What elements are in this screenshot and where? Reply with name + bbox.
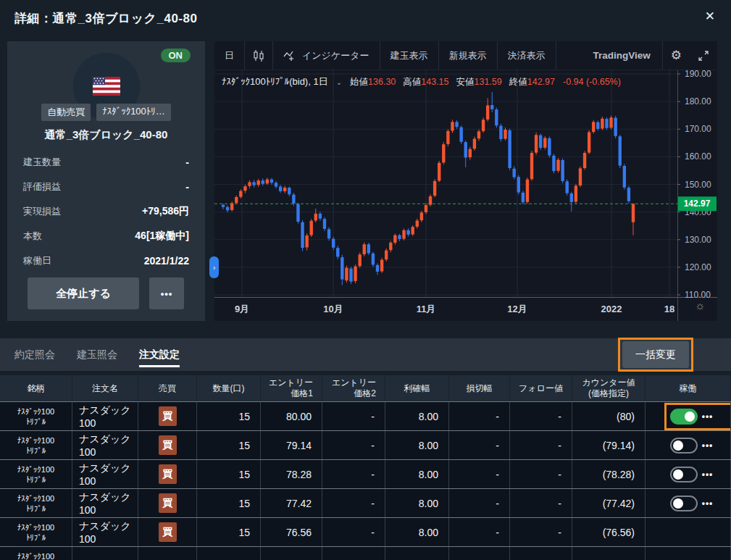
cell-entry-price1: 78.28 (261, 460, 322, 488)
stop-all-button[interactable]: 全停止する (28, 277, 139, 309)
tab-約定照会[interactable]: 約定照会 (14, 338, 55, 371)
row-menu-button[interactable]: ••• (702, 498, 714, 509)
cell-follow: - (510, 402, 572, 430)
cell-order-name: ナスダック100 (72, 489, 138, 517)
price-axis-label: 180.00 (685, 96, 711, 106)
drawer-handle[interactable]: › (209, 256, 219, 278)
toolbar-view-button-2[interactable]: 決済表示 (498, 41, 556, 70)
cell-active: ••• (646, 460, 731, 488)
cell-entry-price1: 76.56 (261, 518, 322, 546)
table-row: ﾅｽﾀﾞｯｸ100 ﾄﾘﾌﾟﾙナスダック100買1578.28-8.00--(7… (0, 459, 731, 488)
cell-entry-price2: - (322, 460, 385, 488)
cell-qty: 15 (197, 460, 261, 488)
symbol-text: ﾅｽﾀﾞｯｸ100 ﾄﾘﾌﾟﾙ (0, 493, 72, 514)
cell-active: ••• (646, 489, 731, 517)
active-toggle[interactable] (670, 409, 698, 425)
cell-entry-price2: - (322, 489, 385, 517)
toolbar-view-button-1[interactable]: 新規表示 (439, 41, 498, 70)
cell-side: 買 (138, 402, 197, 430)
column-header: 損切幅 (449, 375, 510, 401)
tab-注文設定[interactable]: 注文設定 (139, 338, 180, 371)
stat-value: +79,586円 (142, 205, 189, 218)
cell-order-name: ナスダック100 (72, 460, 138, 488)
column-header: フォロー値 (510, 375, 572, 401)
row-menu-button[interactable]: ••• (702, 440, 714, 451)
row-menu-button[interactable]: ••• (702, 469, 714, 480)
time-axis-label: 11月 (417, 304, 436, 314)
chart-legend: ﾅｽﾀﾞｯｸ100ﾄﾘﾌﾟﾙ(bid), 1日 ⌄ 始値136.30高値143.… (222, 75, 621, 88)
theme-sun-icon[interactable]: ☼ (682, 299, 717, 312)
price-axis-label: 130.00 (685, 235, 711, 245)
stat-label: 本数 (23, 230, 42, 243)
symbol-text: ﾅｽﾀﾞｯｸ100 ﾄﾘﾌﾟﾙ (0, 522, 72, 543)
chevron-down-icon[interactable]: ⌄ (336, 78, 342, 86)
buy-badge: 買 (159, 522, 177, 542)
active-toggle[interactable] (670, 467, 698, 482)
close-icon[interactable]: ✕ (705, 9, 715, 24)
cell-symbol: ﾅｽﾀﾞｯｸ100 ﾄﾘﾌﾟﾙ (0, 460, 72, 488)
ohlc-value: 143.15 (421, 77, 448, 87)
price-axis-label: 160.00 (685, 151, 711, 162)
toggle-group: ••• (670, 438, 714, 454)
card-more-button[interactable]: ••• (149, 277, 184, 309)
toolbar-view-button-0[interactable]: 建玉表示 (380, 41, 439, 70)
ohlc-label: 安値 (456, 77, 475, 87)
change-value: -0.94 (-0.65%) (563, 77, 621, 87)
indicator-icon (283, 50, 298, 62)
chart-settings-button[interactable]: ⚙ (662, 41, 690, 70)
price-axis-label: 120.00 (685, 262, 711, 272)
row-menu-button[interactable]: ••• (702, 411, 714, 422)
time-axis-label: 12月 (507, 304, 527, 314)
tradingview-logo[interactable]: TradingView (581, 41, 661, 70)
cell-counter (572, 547, 646, 560)
stat-label: 実現損益 (23, 205, 61, 218)
stat-label: 評価損益 (23, 180, 61, 193)
table-header-row: 銘柄注文名売買数量(口)エントリー 価格1エントリー 価格2利確幅損切幅フォロー… (0, 375, 731, 401)
candlestick-style-button[interactable] (245, 41, 273, 70)
cell-entry-price1: 80.00 (261, 402, 322, 430)
chart-symbol-label[interactable]: ﾅｽﾀﾞｯｸ100ﾄﾘﾌﾟﾙ(bid), 1日 (222, 75, 328, 88)
column-header: エントリー 価格1 (261, 375, 322, 401)
candlestick-chart[interactable]: 190.00180.00170.00160.00150.00140.00130.… (214, 70, 717, 321)
strategy-name: 通常_3倍ブロック_40-80 (7, 128, 205, 142)
indicator-button[interactable]: インジケーター (273, 41, 380, 70)
bulk-change-button[interactable]: 一括変更 (622, 341, 689, 368)
column-header: 注文名 (72, 375, 138, 401)
cell-side (138, 547, 197, 560)
cell-active: ••• (646, 431, 731, 459)
stat-row: 稼働日2021/1/22 (23, 248, 189, 273)
interval-button[interactable]: 日 (214, 41, 245, 70)
column-header: 数量(口) (197, 375, 261, 401)
column-header: カウンター値 (価格指定) (572, 375, 646, 401)
cell-follow: - (510, 431, 572, 459)
cell-entry-price2: - (322, 518, 385, 546)
symbol-text: ﾅｽﾀﾞｯｸ100 ﾄﾘﾌﾟﾙ (0, 406, 72, 427)
cell-symbol: ﾅｽﾀﾞｯｸ100 ﾄﾘﾌﾟﾙ (0, 431, 72, 459)
buy-badge: 買 (159, 406, 177, 426)
ohlc-value: 131.59 (475, 77, 502, 87)
cell-entry-price1: 77.42 (261, 489, 322, 517)
tab-建玉照会[interactable]: 建玉照会 (77, 338, 117, 371)
buy-badge: 買 (159, 464, 177, 484)
stat-label: 建玉数量 (23, 156, 61, 169)
column-header: エントリー 価格2 (322, 375, 385, 401)
time-axis-label: 2022 (601, 304, 622, 314)
ohlc-item: 始値136.30 (350, 76, 396, 88)
ohlc-label: 高値 (403, 77, 421, 87)
buy-badge: 買 (159, 493, 177, 513)
stat-value: 2021/1/22 (144, 255, 189, 267)
chart-plot-area[interactable]: 190.00180.00170.00160.00150.00140.00130.… (214, 70, 717, 321)
cell-stop-loss: - (449, 489, 510, 517)
cell-stop-loss (449, 547, 510, 560)
page-title: 詳細：通常_3倍ブロック_40-80 (14, 10, 197, 27)
active-toggle[interactable] (670, 496, 698, 511)
time-axis-label: 18 (664, 304, 674, 314)
fullscreen-button[interactable] (690, 41, 717, 70)
chart-toolbar: 日 インジケーター 建玉表示新規表示決済表示 TradingView ⚙ (214, 41, 717, 70)
table-row: ﾅｽﾀﾞｯｸ100 ﾄﾘﾌﾟﾙナスダック100買1579.14-8.00--(7… (0, 430, 731, 459)
ohlc-item: 安値131.59 (456, 76, 502, 88)
table-row: ﾅｽﾀﾞｯｸ100 ﾄﾘﾌﾟﾙナスダック100買1576.56-8.00--(7… (0, 517, 731, 546)
stat-value: - (185, 156, 189, 168)
active-toggle[interactable] (670, 438, 698, 454)
buy-badge: 買 (159, 435, 177, 455)
